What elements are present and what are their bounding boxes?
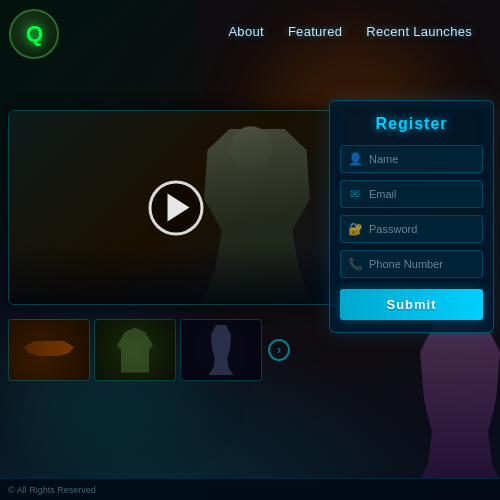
- phone-icon: 📞: [348, 257, 362, 271]
- lock-icon: 🔐: [348, 222, 362, 236]
- soldier-icon: [209, 325, 234, 375]
- submit-button[interactable]: Submit: [340, 289, 483, 320]
- email-input[interactable]: [369, 188, 475, 200]
- nav-item-recent-launches[interactable]: Recent Launches: [354, 18, 484, 45]
- email-field-container: ✉: [340, 180, 483, 208]
- play-button[interactable]: [148, 180, 203, 235]
- phone-field-container: 📞: [340, 250, 483, 278]
- top-navigation: About Featured Recent Launches: [216, 0, 500, 45]
- person-icon: 👤: [348, 152, 362, 166]
- footer-bar: © All Rights Reserved: [0, 478, 500, 500]
- moto-icon: [24, 335, 74, 365]
- password-input[interactable]: [369, 223, 475, 235]
- name-field-container: 👤: [340, 145, 483, 173]
- copyright-text: © All Rights Reserved: [8, 485, 96, 495]
- phone-input[interactable]: [369, 258, 475, 270]
- register-panel: Register 👤 ✉ 🔐 📞 Submit: [329, 100, 494, 333]
- logo-text: Q: [26, 21, 42, 47]
- right-character-decoration: [420, 320, 500, 480]
- thumbnail-1[interactable]: [8, 319, 90, 381]
- video-soldier-body: [202, 129, 312, 304]
- logo[interactable]: Q: [8, 8, 60, 60]
- nav-item-about[interactable]: About: [216, 18, 275, 45]
- logo-circle: Q: [9, 9, 59, 59]
- play-icon: [167, 194, 189, 222]
- nav-item-featured[interactable]: Featured: [276, 18, 354, 45]
- password-field-container: 🔐: [340, 215, 483, 243]
- name-input[interactable]: [369, 153, 475, 165]
- thumbnail-2[interactable]: [94, 319, 176, 381]
- video-preview[interactable]: [8, 110, 343, 305]
- thumbnail-3[interactable]: [180, 319, 262, 381]
- thumbnail-strip: ›: [8, 315, 348, 385]
- register-title: Register: [340, 115, 483, 133]
- group-icon: [115, 328, 155, 373]
- email-icon: ✉: [348, 187, 362, 201]
- thumbnails-next-button[interactable]: ›: [268, 339, 290, 361]
